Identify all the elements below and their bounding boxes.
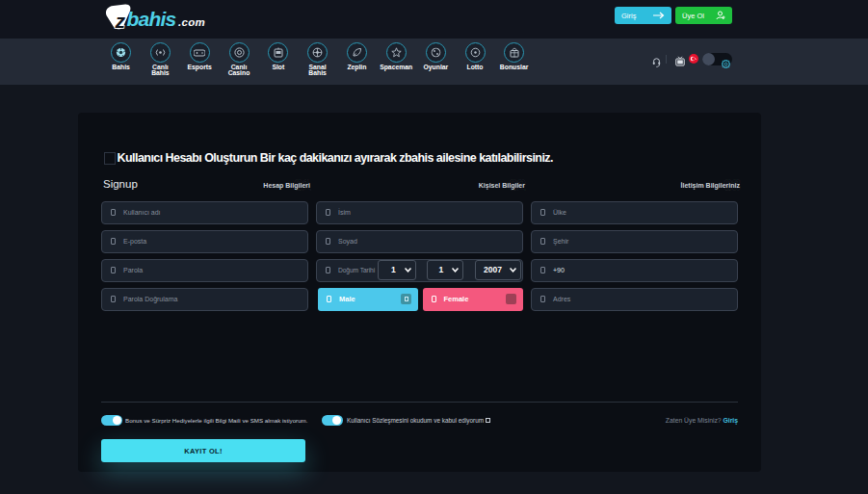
svg-text:.com: .com	[178, 16, 205, 28]
svg-text:z: z	[115, 10, 126, 32]
svg-text:bahis: bahis	[127, 8, 176, 30]
